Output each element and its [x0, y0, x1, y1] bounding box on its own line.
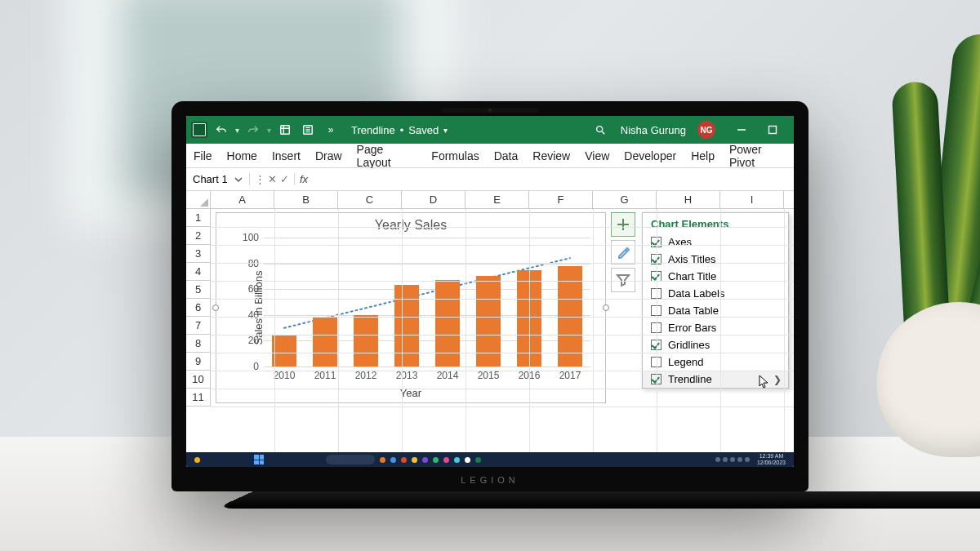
row-header[interactable]: 7: [186, 317, 211, 335]
plus-icon: [616, 217, 630, 232]
undo-dropdown[interactable]: ▾: [235, 126, 239, 135]
taskbar-app[interactable]: [390, 457, 396, 463]
chart-element-chart-title[interactable]: Chart Title: [643, 268, 788, 285]
chart-handle-right[interactable]: [603, 304, 609, 311]
chart-element-axis-titles[interactable]: Axis Titles: [643, 251, 788, 268]
taskbar-app[interactable]: [454, 457, 460, 463]
row-header[interactable]: 10: [186, 371, 211, 389]
tab-review[interactable]: Review: [525, 144, 577, 167]
chart-ytick: 60: [248, 283, 264, 295]
search-icon[interactable]: [591, 121, 609, 139]
user-name[interactable]: Nisha Gurung: [621, 124, 686, 136]
chart-bar[interactable]: [272, 335, 296, 367]
row-header[interactable]: 1: [186, 209, 211, 227]
qat-icon-1[interactable]: [276, 121, 294, 139]
fx-confirm-icon[interactable]: ✓: [280, 173, 289, 185]
taskbar-app[interactable]: [412, 457, 417, 463]
chart-plot-area[interactable]: 0204060801002010201120122013201420152016…: [264, 238, 590, 367]
chart-elements-button[interactable]: [611, 212, 635, 237]
chart-element-legend[interactable]: Legend: [643, 353, 788, 371]
row-header[interactable]: 6: [186, 299, 211, 317]
name-box[interactable]: Chart 1: [186, 173, 250, 185]
screen: ▾ ▾ » Trendline • Saved ▾ Nisha Gurung N…: [186, 116, 794, 467]
chevron-right-icon[interactable]: ❯: [773, 374, 782, 385]
column-header[interactable]: C: [338, 191, 402, 208]
column-header[interactable]: H: [657, 191, 720, 208]
chart-bar[interactable]: [313, 318, 337, 367]
formula-input[interactable]: [313, 168, 794, 190]
taskbar-excel[interactable]: [475, 457, 481, 463]
chart-bar[interactable]: [394, 285, 419, 367]
redo-button[interactable]: [244, 121, 262, 139]
weather-icon[interactable]: [194, 457, 200, 463]
tab-insert[interactable]: Insert: [265, 144, 308, 167]
taskbar-app[interactable]: [401, 457, 407, 463]
taskbar-app[interactable]: [422, 457, 428, 463]
column-header[interactable]: G: [593, 191, 657, 208]
chart-element-label: Axes: [668, 236, 692, 248]
select-all-corner[interactable]: [186, 191, 211, 209]
chart-element-trendline[interactable]: Trendline❯: [643, 371, 788, 388]
chart-element-axes[interactable]: Axes: [643, 233, 788, 251]
chart-xtick: 2014: [437, 367, 459, 381]
system-tray[interactable]: 12:39 AM12/06/2023: [715, 453, 786, 465]
chart-element-error-bars[interactable]: Error Bars: [643, 319, 788, 336]
chart-styles-button[interactable]: [611, 240, 635, 264]
taskbar-app[interactable]: [433, 457, 439, 463]
row-header[interactable]: 8: [186, 335, 211, 353]
qat-overflow[interactable]: »: [322, 121, 340, 139]
tab-formulas[interactable]: Formulas: [424, 144, 486, 167]
fx-cancel-icon[interactable]: ✕: [268, 173, 277, 185]
taskbar-clock[interactable]: 12:39 AM12/06/2023: [757, 453, 786, 465]
save-dropdown-icon[interactable]: ▾: [443, 126, 448, 135]
redo-dropdown[interactable]: ▾: [267, 126, 271, 135]
column-header[interactable]: D: [402, 191, 466, 208]
chart-xtick: 2012: [355, 367, 377, 381]
chart-filters-button[interactable]: [611, 268, 635, 292]
chart-xtick: 2017: [559, 367, 581, 381]
funnel-icon: [616, 273, 630, 287]
qat-icon-2[interactable]: [299, 121, 317, 139]
svg-point-2: [596, 127, 602, 132]
tab-view[interactable]: View: [577, 144, 617, 167]
taskbar-app[interactable]: [465, 457, 470, 463]
undo-button[interactable]: [212, 121, 230, 139]
fx-options-icon[interactable]: ⋮: [255, 173, 265, 185]
tab-data[interactable]: Data: [487, 144, 526, 167]
column-header[interactable]: F: [529, 191, 593, 208]
windows-taskbar[interactable]: 12:39 AM12/06/2023: [186, 452, 794, 467]
taskbar-app[interactable]: [380, 457, 385, 463]
chart-bar[interactable]: [354, 315, 378, 367]
taskbar-app[interactable]: [443, 457, 449, 463]
maximize-button[interactable]: [763, 125, 782, 135]
tab-home[interactable]: Home: [220, 144, 265, 167]
row-header[interactable]: 5: [186, 281, 211, 299]
row-header[interactable]: 2: [186, 227, 211, 245]
chart-bar[interactable]: [435, 280, 460, 367]
cells-area[interactable]: Yearly Sales Sales in Billions Year 0204…: [211, 209, 794, 452]
row-header[interactable]: 9: [186, 353, 211, 371]
taskbar-search[interactable]: [326, 455, 375, 464]
chart-ylabel[interactable]: Sales in Billions: [252, 270, 265, 344]
row-headers[interactable]: 1234567891011: [186, 209, 211, 407]
chart-element-gridlines[interactable]: Gridlines: [643, 336, 788, 353]
tab-file[interactable]: File: [186, 144, 220, 167]
tab-draw[interactable]: Draw: [308, 144, 350, 167]
spreadsheet-grid[interactable]: ABCDEFGHI 1234567891011 Yearly Sales Sal…: [186, 191, 794, 452]
row-header[interactable]: 4: [186, 263, 211, 281]
tab-help[interactable]: Help: [684, 144, 722, 167]
column-header[interactable]: B: [274, 191, 338, 208]
row-header[interactable]: 11: [186, 389, 211, 407]
column-headers[interactable]: ABCDEFGHI: [211, 191, 794, 209]
row-header[interactable]: 3: [186, 245, 211, 263]
tab-developer[interactable]: Developer: [617, 144, 684, 167]
start-button[interactable]: [254, 455, 264, 464]
column-header[interactable]: I: [720, 191, 784, 208]
minimize-button[interactable]: [732, 125, 751, 135]
column-header[interactable]: E: [466, 191, 529, 208]
chart-handle-left[interactable]: [212, 304, 219, 311]
tab-page-layout[interactable]: Page Layout: [350, 144, 425, 167]
tab-power-pivot[interactable]: Power Pivot: [722, 144, 794, 167]
user-avatar[interactable]: NG: [697, 121, 715, 139]
column-header[interactable]: A: [211, 191, 274, 208]
